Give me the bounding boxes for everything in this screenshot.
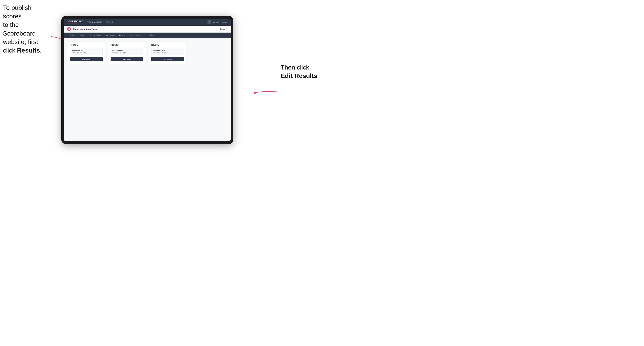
- tab-course-setup[interactable]: Course Setup: [88, 33, 103, 38]
- instruction-left: To publish scores to the Scoreboard webs…: [3, 3, 48, 55]
- instruction-line-2: to the Scoreboard: [3, 21, 36, 37]
- c-logo-icon: C: [67, 27, 71, 31]
- cancel-button[interactable]: Cancel ✕: [220, 28, 228, 30]
- scoreboard-logo: SCOREBOARD Powered by clippd: [67, 20, 84, 24]
- top-navigation: SCOREBOARD Powered by clippd TOURNAMENTS…: [64, 18, 230, 26]
- arrow-to-edit-results: [254, 87, 280, 97]
- instruction-line-4: click: [3, 47, 17, 54]
- tablet-screen: SCOREBOARD Powered by clippd TOURNAMENTS…: [64, 18, 230, 141]
- user-avatar: [208, 20, 211, 24]
- round-1-course-details: Gold (M) (7010 yds): [72, 52, 101, 53]
- edit-results-button-1[interactable]: Edit Results: [70, 57, 103, 61]
- tab-tee-groups[interactable]: Tee Groups: [103, 33, 117, 38]
- nav-right: Test User | Sign out: [208, 20, 228, 24]
- round-2-course-name: Peachtree GC: [112, 50, 142, 52]
- svg-point-2: [209, 21, 210, 22]
- round-2-card: Round 2 Peachtree GC Gold (M) (7010 yds)…: [108, 41, 146, 64]
- round-2-title: Round 2: [110, 44, 144, 46]
- round-1-course-card: Peachtree GC Gold (M) (7010 yds): [70, 48, 103, 55]
- round-3-card: Round 3 Peachtree GC Gold (M) (7010 yds)…: [149, 41, 187, 64]
- tournament-name: Clippd Invitational (Mem): [72, 28, 98, 30]
- tab-printables[interactable]: Printables: [144, 33, 156, 38]
- nav-tournaments[interactable]: TOURNAMENTS: [88, 21, 102, 23]
- tab-leaderboards[interactable]: Leaderboards: [128, 33, 144, 38]
- logo-sub: Powered by clippd: [67, 22, 84, 24]
- rounds-grid: Round 1 Peachtree GC Gold (M) (7010 yds)…: [67, 41, 228, 64]
- empty-column-4: [190, 41, 228, 64]
- round-3-title: Round 3: [151, 44, 184, 46]
- main-content: Round 1 Peachtree GC Gold (M) (7010 yds)…: [64, 38, 230, 141]
- nav-links: TOURNAMENTS TEAMS: [88, 21, 207, 23]
- round-1-course-name: Peachtree GC: [72, 50, 101, 52]
- round-1-title: Round 1: [70, 44, 103, 46]
- tab-details[interactable]: Details: [67, 33, 78, 38]
- round-2-course-card: Peachtree GC Gold (M) (7010 yds): [110, 48, 144, 55]
- edit-results-button-2[interactable]: Edit Results: [110, 57, 144, 61]
- nav-teams[interactable]: TEAMS: [106, 21, 113, 23]
- round-3-course-name: Peachtree GC: [153, 50, 182, 52]
- round-2-course-details: Gold (M) (7010 yds): [112, 52, 142, 53]
- instruction-right-line1: Then click: [281, 64, 309, 71]
- tab-bar: Details Teams Course Setup Tee Groups Re…: [64, 33, 230, 38]
- instruction-right: Then click Edit Results.: [281, 63, 319, 80]
- nav-user-text: Test User |: [212, 21, 220, 23]
- round-1-card: Round 1 Peachtree GC Gold (M) (7010 yds)…: [67, 41, 105, 64]
- round-3-course-details: Gold (M) (7010 yds): [153, 52, 182, 53]
- tab-teams[interactable]: Teams: [78, 33, 88, 38]
- nav-signout[interactable]: Sign out: [222, 21, 228, 23]
- instruction-right-bold: Edit Results: [281, 72, 317, 79]
- instruction-right-period: .: [317, 72, 319, 79]
- tab-results[interactable]: Results: [117, 33, 128, 38]
- instruction-line-3: website, first: [3, 38, 38, 45]
- round-3-course-card: Peachtree GC Gold (M) (7010 yds): [151, 48, 184, 55]
- tablet-device: SCOREBOARD Powered by clippd TOURNAMENTS…: [61, 16, 234, 144]
- edit-results-button-3[interactable]: Edit Results: [151, 57, 184, 61]
- tournament-title: C Clippd Invitational (Mem): [67, 27, 98, 31]
- instruction-line-1: To publish scores: [3, 4, 32, 20]
- instruction-bold-results: Results: [17, 47, 40, 54]
- tournament-header: C Clippd Invitational (Mem) Cancel ✕: [64, 26, 230, 33]
- instruction-period: .: [40, 47, 42, 54]
- logo-text: SCOREBOARD: [67, 20, 84, 22]
